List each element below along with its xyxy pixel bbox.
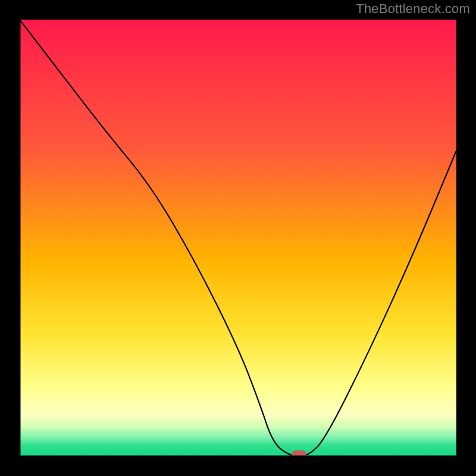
bottleneck-chart xyxy=(20,20,456,456)
plot-area xyxy=(20,20,456,456)
watermark-label: TheBottleneck.com xyxy=(356,1,470,17)
gradient-background xyxy=(20,20,456,456)
chart-frame: TheBottleneck.com xyxy=(0,0,476,476)
